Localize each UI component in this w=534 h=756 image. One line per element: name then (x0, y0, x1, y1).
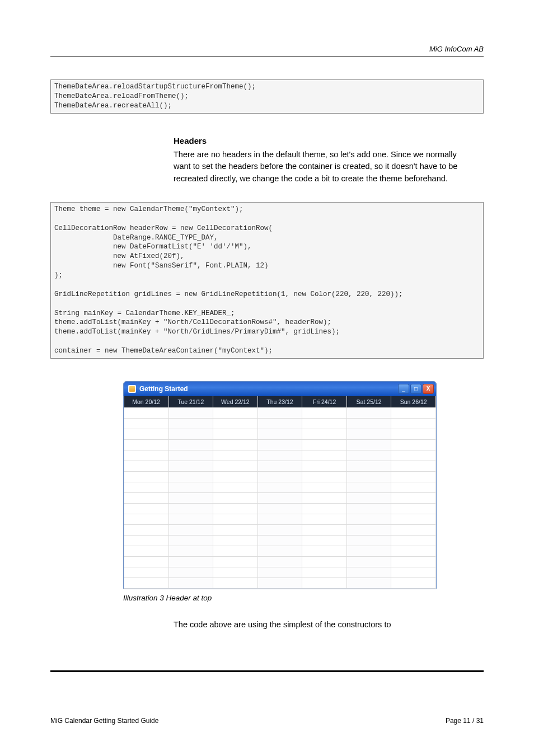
trailing-paragraph: The code above are using the simplest of… (174, 619, 467, 631)
calendar-body (124, 407, 436, 588)
day-header: Mon 20/12 (124, 396, 169, 408)
figure-caption: Illustration 3 Header at top (123, 594, 467, 602)
day-header: Sun 26/12 (391, 396, 436, 408)
titlebar: Getting Started _ □ X (124, 382, 436, 396)
header-rule (50, 57, 484, 57)
day-header: Fri 24/12 (302, 396, 347, 408)
app-icon (128, 385, 136, 393)
day-header: Wed 22/12 (213, 396, 258, 408)
day-header: Thu 23/12 (257, 396, 302, 408)
code-block-2: Theme theme = new CalendarTheme("myConte… (50, 202, 484, 359)
section-paragraph: There are no headers in the default them… (174, 149, 467, 185)
day-header: Sat 25/12 (346, 396, 391, 408)
app-window-screenshot: Getting Started _ □ X Mon 20/12 Tue 21/1… (123, 381, 437, 589)
footer-right: Page 11 / 31 (446, 717, 484, 725)
footer-left: MiG Calendar Getting Started Guide (50, 717, 158, 725)
maximize-button[interactable]: □ (410, 384, 421, 394)
footer-rule (50, 670, 484, 672)
close-button[interactable]: X (423, 384, 434, 394)
minimize-button[interactable]: _ (398, 384, 409, 394)
calendar-grid: Mon 20/12 Tue 21/12 Wed 22/12 Thu 23/12 … (124, 396, 436, 589)
section-heading: Headers (174, 136, 467, 145)
day-header: Tue 21/12 (168, 396, 213, 408)
window-title: Getting Started (139, 385, 188, 393)
company-header: MiG InfoCom AB (50, 45, 484, 53)
code-block-1: ThemeDateArea.reloadStartupStructureFrom… (50, 79, 484, 114)
